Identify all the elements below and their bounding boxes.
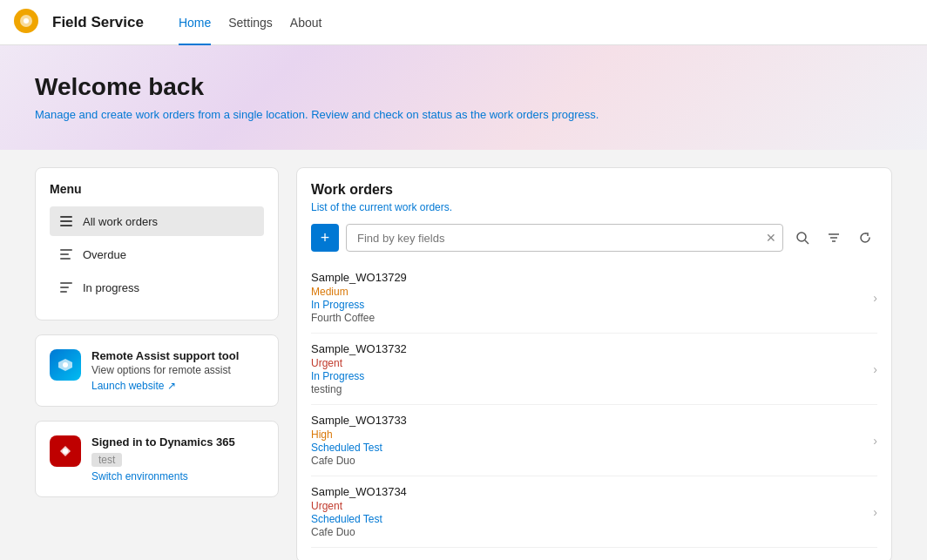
app-title: Field Service: [52, 14, 144, 31]
wo-account: Fourth Coffee: [311, 312, 407, 324]
svg-rect-4: [60, 220, 72, 222]
svg-point-13: [63, 362, 68, 368]
wo-priority: Medium: [311, 286, 407, 298]
menu-title: Menu: [50, 182, 264, 196]
work-orders-title: Work orders: [311, 182, 877, 198]
chevron-right-icon: ›: [873, 362, 877, 376]
overdue-icon: [58, 246, 74, 262]
work-orders-panel: Work orders List of the current work ord…: [296, 167, 892, 560]
menu-item-overdue[interactable]: Overdue: [50, 240, 264, 269]
wo-account: Cafe Duo: [311, 526, 407, 538]
search-clear-icon[interactable]: ✕: [766, 231, 776, 245]
external-link-icon: ↗: [167, 380, 176, 392]
search-input[interactable]: [346, 224, 783, 252]
search-icon[interactable]: [790, 226, 815, 250]
launch-website-link[interactable]: Launch website ↗: [91, 380, 239, 392]
work-orders-subtitle: List of the current work orders.: [311, 201, 877, 213]
svg-rect-8: [60, 258, 71, 260]
signin-user: test: [91, 453, 122, 467]
remote-assist-card: Remote Assist support tool View options …: [35, 334, 279, 407]
work-order-info: Sample_WO13734 Urgent Scheduled Test Caf…: [311, 485, 407, 538]
work-orders-toolbar: + ✕: [311, 224, 877, 252]
svg-rect-7: [60, 253, 69, 255]
add-work-order-button[interactable]: +: [311, 224, 339, 252]
svg-line-16: [805, 240, 809, 244]
wo-status: In Progress: [311, 299, 407, 311]
signin-card: Signed in to Dynamics 365 test Switch en…: [35, 421, 279, 497]
nav-settings[interactable]: Settings: [221, 0, 280, 45]
search-bar: ✕: [346, 224, 783, 252]
nav-about[interactable]: About: [283, 0, 329, 45]
wo-priority: High: [311, 428, 407, 441]
in-progress-icon: [58, 280, 74, 295]
work-order-item[interactable]: Sample_WO13733 High Scheduled Test Cafe …: [311, 405, 877, 476]
refresh-icon[interactable]: [853, 226, 877, 250]
work-order-list: Sample_WO13729 Medium In Progress Fourth…: [311, 262, 877, 548]
wo-account: testing: [311, 383, 407, 395]
wo-name: Sample_WO13733: [311, 414, 407, 427]
wo-account: Cafe Duo: [311, 455, 407, 467]
remote-assist-title: Remote Assist support tool: [91, 349, 239, 362]
banner-description: Manage and create work orders from a sin…: [35, 108, 892, 121]
header: Field Service Home Settings About: [0, 0, 927, 45]
left-panel: Menu All work orders: [35, 167, 279, 497]
wo-priority: Urgent: [311, 500, 407, 512]
chevron-right-icon: ›: [873, 434, 877, 448]
wo-status: In Progress: [311, 370, 407, 382]
app-logo: [14, 9, 38, 36]
svg-point-14: [63, 449, 68, 454]
remote-assist-info: Remote Assist support tool View options …: [91, 349, 239, 392]
wo-status: Scheduled Test: [311, 442, 407, 454]
svg-rect-5: [60, 225, 72, 226]
remote-assist-subtitle: View options for remote assist: [91, 364, 239, 376]
wo-status: Scheduled Test: [311, 513, 407, 525]
signin-title: Signed in to Dynamics 365: [91, 435, 235, 449]
work-order-info: Sample_WO13733 High Scheduled Test Cafe …: [311, 414, 407, 467]
menu-item-in-progress[interactable]: In progress: [50, 273, 264, 302]
svg-rect-6: [60, 249, 72, 251]
menu-item-all-work-orders-label: All work orders: [83, 215, 158, 228]
list-icon: [58, 213, 74, 229]
svg-rect-11: [60, 291, 67, 293]
remote-assist-icon-wrap: [50, 349, 81, 381]
work-order-item[interactable]: Sample_WO13734 Urgent Scheduled Test Caf…: [311, 476, 877, 548]
content-area: Menu All work orders: [0, 150, 927, 560]
dynamics-icon-wrap: [50, 435, 81, 467]
chevron-right-icon: ›: [873, 291, 877, 305]
menu-item-overdue-label: Overdue: [83, 248, 126, 261]
work-order-info: Sample_WO13732 Urgent In Progress testin…: [311, 342, 407, 395]
switch-environments-link[interactable]: Switch environments: [91, 470, 235, 482]
svg-point-2: [24, 18, 29, 24]
work-order-item[interactable]: Sample_WO13732 Urgent In Progress testin…: [311, 334, 877, 405]
banner: Welcome back Manage and create work orde…: [0, 45, 927, 150]
wo-priority: Urgent: [311, 357, 407, 369]
menu-card: Menu All work orders: [35, 167, 279, 320]
work-order-info: Sample_WO13729 Medium In Progress Fourth…: [311, 271, 407, 324]
wo-name: Sample_WO13732: [311, 342, 407, 355]
nav-home[interactable]: Home: [172, 0, 218, 45]
chevron-right-icon: ›: [873, 505, 877, 519]
main-content: Welcome back Manage and create work orde…: [0, 45, 927, 560]
wo-name: Sample_WO13734: [311, 485, 407, 498]
work-order-item[interactable]: Sample_WO13729 Medium In Progress Fourth…: [311, 262, 877, 334]
signin-info: Signed in to Dynamics 365 test Switch en…: [91, 435, 235, 482]
banner-heading: Welcome back: [35, 73, 892, 101]
menu-item-all-work-orders[interactable]: All work orders: [50, 206, 264, 236]
wo-name: Sample_WO13729: [311, 271, 407, 284]
main-nav: Home Settings About: [172, 0, 329, 45]
svg-point-15: [797, 233, 806, 241]
svg-rect-9: [60, 282, 72, 284]
menu-item-in-progress-label: In progress: [83, 281, 139, 294]
svg-rect-3: [60, 216, 72, 218]
filter-icon[interactable]: [822, 226, 846, 250]
svg-rect-10: [60, 287, 69, 288]
